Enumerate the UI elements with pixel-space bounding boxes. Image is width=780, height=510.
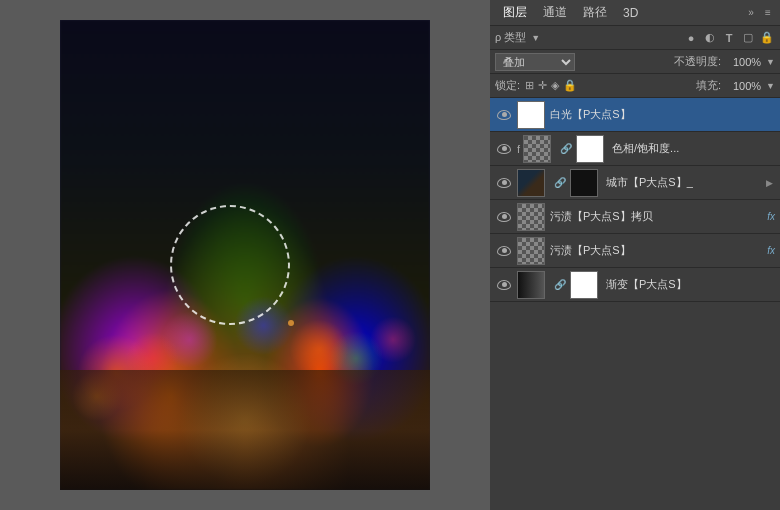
layer-5-name: 污渍【P大点S】	[550, 243, 764, 258]
layer-6-thumb2	[570, 271, 598, 299]
layer-2-prefix: f	[517, 143, 520, 155]
filter-lock-icon[interactable]: 🔒	[759, 30, 775, 46]
layer-6-visibility[interactable]	[495, 276, 513, 294]
layers-panel-area: 图层 通道 路径 3D » ≡ ρ 类型 ▼ ● ◐ T ▢ 🔒 叠加 正常 正…	[490, 0, 780, 510]
filter-adjust-icon[interactable]: ◐	[702, 30, 718, 46]
layer-6-name: 渐变【P大点S】	[606, 277, 775, 292]
layer-3-visibility[interactable]	[495, 174, 513, 192]
lock-padlock-icon[interactable]: 🔒	[563, 79, 577, 92]
eye-pupil-3	[502, 180, 507, 185]
blend-mode-select[interactable]: 叠加 正常 正片叠底 滤色	[495, 53, 575, 71]
layer-2-visibility[interactable]	[495, 140, 513, 158]
panel-menu-icon[interactable]: ≡	[761, 6, 775, 20]
filter-label: ρ 类型	[495, 30, 526, 45]
layer-4-thumb	[517, 203, 545, 231]
fill-label: 填充:	[696, 78, 721, 93]
layer-2-link: 🔗	[560, 140, 572, 158]
layer-2-thumb2	[576, 135, 604, 163]
layer-1-name: 白光【P大点S】	[550, 107, 775, 122]
eye-pupil-6	[502, 282, 507, 287]
filter-circle-icon[interactable]: ●	[683, 30, 699, 46]
tab-paths[interactable]: 路径	[575, 0, 615, 25]
layer-2-thumbs: 🔗	[523, 135, 609, 163]
filter-icons: ● ◐ T ▢ 🔒	[683, 30, 775, 46]
lock-row: 锁定: ⊞ ✛ ◈ 🔒 填充: 100% ▼	[490, 74, 780, 98]
layer-item-6[interactable]: 🔗 渐变【P大点S】	[490, 268, 780, 302]
opacity-label: 不透明度:	[674, 54, 721, 69]
layer-3-link: 🔗	[554, 174, 566, 192]
layer-item-5[interactable]: 污渍【P大点S】 fx	[490, 234, 780, 268]
lock-checker-icon[interactable]: ⊞	[525, 79, 534, 92]
opacity-dropdown[interactable]: ▼	[766, 57, 775, 67]
eye-icon-6	[497, 280, 511, 290]
eye-icon-3	[497, 178, 511, 188]
eye-pupil-1	[502, 112, 507, 117]
layer-2-name: 色相/饱和度...	[612, 141, 775, 156]
filter-text-icon[interactable]: T	[721, 30, 737, 46]
layer-6-thumb1	[517, 271, 545, 299]
layer-2-thumb1	[523, 135, 551, 163]
water-reflection	[60, 370, 430, 490]
tab-layers[interactable]: 图层	[495, 0, 535, 25]
canvas-area	[0, 0, 490, 510]
panel-tabs: 图层 通道 路径 3D » ≡	[490, 0, 780, 26]
lock-label: 锁定:	[495, 78, 520, 93]
blend-mode-row: 叠加 正常 正片叠底 滤色 不透明度: 100% ▼	[490, 50, 780, 74]
layer-item-1[interactable]: 白光【P大点S】	[490, 98, 780, 132]
layer-3-thumb2	[570, 169, 598, 197]
layer-1-thumb	[517, 101, 545, 129]
layer-5-visibility[interactable]	[495, 242, 513, 260]
layer-4-name: 污渍【P大点S】拷贝	[550, 209, 764, 224]
selection-circle[interactable]	[170, 205, 290, 325]
fill-dropdown[interactable]: ▼	[766, 81, 775, 91]
eye-pupil-4	[502, 214, 507, 219]
lock-icons: ⊞ ✛ ◈ 🔒	[525, 79, 577, 92]
layer-3-arrow[interactable]: ▶	[763, 177, 775, 189]
lock-gradient-icon[interactable]: ◈	[551, 79, 559, 92]
layer-6-link: 🔗	[554, 276, 566, 294]
layer-3-thumbs: 🔗	[517, 169, 603, 197]
fill-value[interactable]: 100%	[726, 80, 761, 92]
eye-icon-1	[497, 110, 511, 120]
eye-icon-2	[497, 144, 511, 154]
filter-dropdown-arrow[interactable]: ▼	[531, 33, 540, 43]
layer-5-fx[interactable]: fx	[767, 245, 775, 256]
layer-item-2[interactable]: f 🔗 色相/饱和度...	[490, 132, 780, 166]
layer-4-visibility[interactable]	[495, 208, 513, 226]
eye-icon-5	[497, 246, 511, 256]
layer-item-4[interactable]: 污渍【P大点S】拷贝 fx	[490, 200, 780, 234]
tab-3d[interactable]: 3D	[615, 2, 646, 24]
tab-channels[interactable]: 通道	[535, 0, 575, 25]
eye-icon-4	[497, 212, 511, 222]
layer-item-3[interactable]: 🔗 城市【P大点S】_ ▶	[490, 166, 780, 200]
canvas-container[interactable]	[60, 20, 430, 490]
filter-row: ρ 类型 ▼ ● ◐ T ▢ 🔒	[490, 26, 780, 50]
lock-move-icon[interactable]: ✛	[538, 79, 547, 92]
eye-pupil-2	[502, 146, 507, 151]
eye-pupil-5	[502, 248, 507, 253]
double-arrow-icon[interactable]: »	[744, 6, 758, 20]
layers-list: 白光【P大点S】 f 🔗 色相/饱和度...	[490, 98, 780, 302]
opacity-value[interactable]: 100%	[726, 56, 761, 68]
layer-5-thumb	[517, 237, 545, 265]
layer-1-visibility[interactable]	[495, 106, 513, 124]
layer-6-thumbs: 🔗	[517, 271, 603, 299]
layer-4-fx[interactable]: fx	[767, 211, 775, 222]
filter-shape-icon[interactable]: ▢	[740, 30, 756, 46]
panel-icons: » ≡	[744, 6, 775, 20]
layer-3-name: 城市【P大点S】_	[606, 175, 763, 190]
selection-dot	[288, 320, 294, 326]
layer-3-thumb1	[517, 169, 545, 197]
